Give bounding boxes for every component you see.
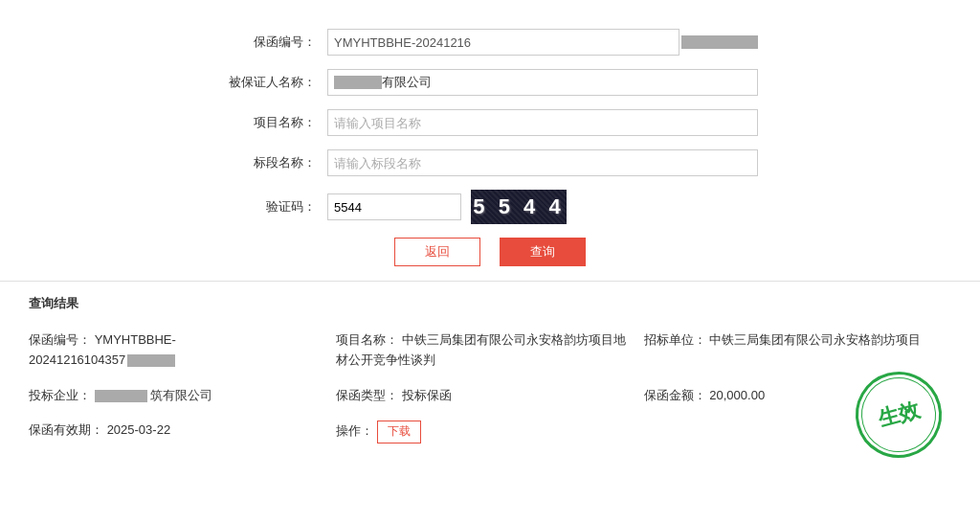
result-baohan-amount-label: 保函金额： xyxy=(644,388,706,402)
beibao-prefix xyxy=(334,76,382,89)
result-title: 查询结果 xyxy=(29,295,951,312)
result-zhaobiao-value: 中铁三局集团有限公司永安格韵坊项目 xyxy=(709,332,921,347)
result-baohan-type-label: 保函类型： xyxy=(336,388,398,402)
baohan-input[interactable] xyxy=(327,29,679,56)
result-grid-row2: 投标企业： 筑有限公司 保函类型： 投标保函 保函金额： 20,000.00 xyxy=(29,381,951,411)
form-section: 保函编号： 被保证人名称： 有限公司 项目名称： 标段名称： 验证码： xyxy=(0,19,980,281)
result-section: 查询结果 保函编号： YMYHTBBHE-20241216104357 项目名称… xyxy=(0,295,980,467)
beibao-label: 被保证人名称： xyxy=(222,74,327,91)
result-validity-value: 2025-03-22 xyxy=(107,422,171,437)
download-link[interactable]: 下载 xyxy=(377,421,421,443)
project-label: 项目名称： xyxy=(222,114,327,131)
page-wrapper: 保函编号： 被保证人名称： 有限公司 项目名称： 标段名称： 验证码： xyxy=(0,0,980,523)
captcha-image[interactable]: 5 5 4 4 xyxy=(471,190,567,224)
result-project-name: 项目名称： 中铁三局集团有限公司永安格韵坊项目地材公开竞争性谈判 xyxy=(336,326,643,375)
captcha-input[interactable] xyxy=(327,193,461,220)
result-project-name-label: 项目名称： xyxy=(336,332,398,347)
result-grid-row1: 保函编号： YMYHTBBHE-20241216104357 项目名称： 中铁三… xyxy=(29,326,951,375)
captcha-row: 验证码： 5 5 4 4 xyxy=(222,190,758,224)
stamp-container: 生效 xyxy=(856,372,942,458)
captcha-label: 验证码： xyxy=(222,198,327,216)
beibao-suffix: 有限公司 xyxy=(382,74,432,91)
result-baohan-no-label: 保函编号： xyxy=(29,332,91,347)
btn-row: 返回 查询 xyxy=(222,238,758,266)
biaodan-row: 标段名称： xyxy=(222,149,758,176)
result-baohan-type-value: 投标保函 xyxy=(402,388,452,402)
captcha-text: 5 5 4 4 xyxy=(473,194,564,219)
biaodan-input[interactable] xyxy=(327,149,758,176)
result-baohan-amount-value: 20,000.00 xyxy=(709,388,765,402)
project-row: 项目名称： xyxy=(222,109,758,136)
result-validity: 保函有效期： 2025-03-22 xyxy=(29,416,336,447)
divider xyxy=(0,281,980,282)
baohan-label: 保函编号： xyxy=(222,34,327,51)
result-baohan-type: 保函类型： 投标保函 xyxy=(336,381,643,411)
result-toubiao: 投标企业： 筑有限公司 xyxy=(29,381,336,411)
result-zhaobiao: 招标单位： 中铁三局集团有限公司永安格韵坊项目 xyxy=(644,326,951,375)
beibao-row: 被保证人名称： 有限公司 xyxy=(222,69,758,96)
result-operation-label: 操作： xyxy=(336,423,373,438)
query-button[interactable]: 查询 xyxy=(500,238,586,266)
result-grid-row3: 保函有效期： 2025-03-22 操作： 下载 xyxy=(29,416,951,447)
result-operation: 操作： 下载 xyxy=(336,416,643,447)
baohan-hidden-part xyxy=(681,35,758,49)
biaodan-label: 标段名称： xyxy=(222,154,327,171)
stamp: 生效 xyxy=(846,361,951,466)
result-toubiao-suffix: 筑有限公司 xyxy=(150,388,212,402)
result-zhaobiao-label: 招标单位： xyxy=(644,332,706,347)
return-button[interactable]: 返回 xyxy=(394,238,480,266)
project-input[interactable] xyxy=(327,109,758,136)
baohan-row: 保函编号： xyxy=(222,29,758,56)
result-validity-label: 保函有效期： xyxy=(29,422,103,437)
result-toubiao-label: 投标企业： xyxy=(29,388,91,402)
result-baohan-no: 保函编号： YMYHTBBHE-20241216104357 xyxy=(29,326,336,375)
stamp-ring xyxy=(853,369,945,461)
